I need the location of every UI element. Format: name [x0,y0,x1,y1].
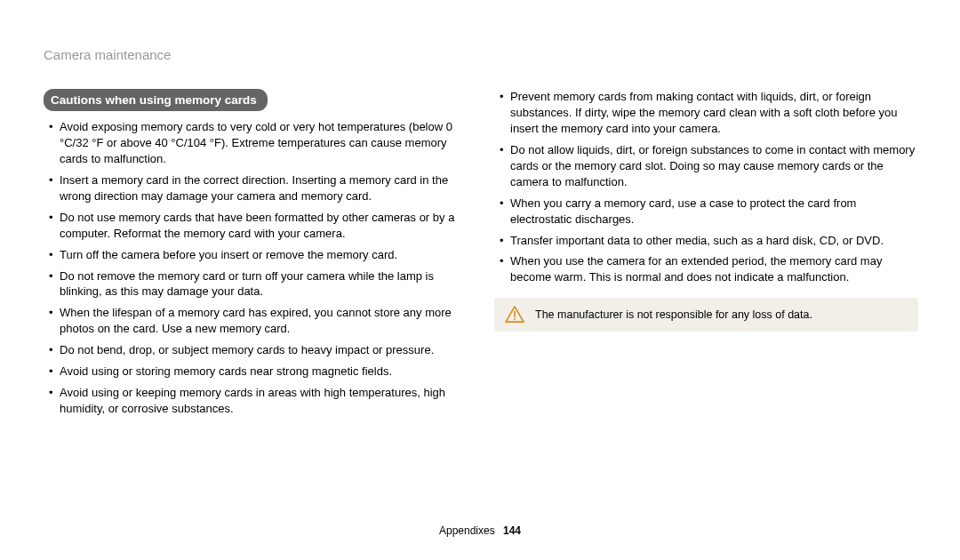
list-item: When the lifespan of a memory card has e… [44,305,468,337]
cautions-heading: Cautions when using memory cards [44,89,268,111]
list-item: Do not bend, drop, or subject memory car… [44,342,468,358]
list-item: Turn off the camera before you insert or… [44,247,468,263]
footer-label: Appendixes [439,524,495,537]
list-item: Prevent memory cards from making contact… [494,89,918,137]
page-number: 144 [503,524,521,537]
list-item: Avoid exposing memory cards to very cold… [44,119,468,167]
list-item: Do not allow liquids, dirt, or foreign s… [494,142,918,190]
two-column-content: Cautions when using memory cards Avoid e… [44,89,918,422]
list-item: Do not remove the memory card or turn of… [44,268,468,300]
left-column: Cautions when using memory cards Avoid e… [44,89,468,422]
warning-note: The manufacturer is not responsible for … [494,298,918,332]
list-item: Insert a memory card in the correct dire… [44,172,468,204]
left-bullet-list: Avoid exposing memory cards to very cold… [44,119,468,417]
list-item: When you use the camera for an extended … [494,253,918,285]
list-item: Avoid using or storing memory cards near… [44,364,468,380]
section-header: Camera maintenance [44,47,918,62]
right-column: Prevent memory cards from making contact… [494,89,918,422]
page-footer: Appendixes 144 [0,524,960,537]
list-item: Do not use memory cards that have been f… [44,210,468,242]
warning-icon [505,306,524,324]
warning-text: The manufacturer is not responsible for … [535,308,812,323]
right-bullet-list: Prevent memory cards from making contact… [494,89,918,285]
list-item: Transfer important data to other media, … [494,233,918,249]
list-item: Avoid using or keeping memory cards in a… [44,385,468,417]
list-item: When you carry a memory card, use a case… [494,196,918,228]
svg-point-1 [514,318,516,320]
